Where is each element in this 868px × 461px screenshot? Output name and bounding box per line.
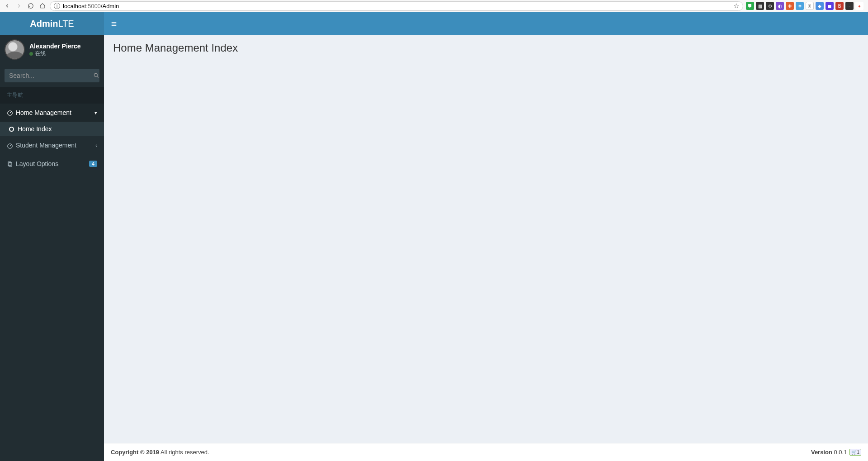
svg-point-0 [94,73,97,76]
hamburger-icon [111,21,117,27]
chevron-down-icon: ▾ [94,110,97,116]
dashboard-icon [7,109,16,116]
extension-icon[interactable]: ⛨ [806,2,814,10]
extension-icon[interactable]: ✚ [786,2,794,10]
user-panel: Alexander Pierce 在线 [0,35,104,64]
main-area: Home Management Index Copyright © 2019 A… [104,12,868,461]
browser-url: localhost:5000/Admin [63,3,731,10]
browser-forward-button[interactable] [14,1,24,10]
sidebar-subitem-label: Home Index [18,125,52,133]
search-input[interactable] [5,69,93,82]
search-button[interactable] [93,69,99,82]
extension-icon[interactable]: ◐ [776,2,784,10]
extension-icon[interactable]: ◼ [826,2,834,10]
files-icon [7,160,16,167]
browser-home-button[interactable] [38,1,47,10]
extension-icon[interactable]: ⋯ [845,2,854,10]
footer-badge[interactable]: 🛒1 [849,449,861,456]
sidebar-subitem-home-index[interactable]: Home Index [0,122,104,136]
dashboard-icon [7,142,16,149]
sidebar-submenu: Home Index [0,122,104,136]
extension-icon[interactable]: ⚙ [766,2,774,10]
extension-icon[interactable]: ⛊ [746,2,754,10]
footer-copyright-bold: Copyright © 2019 [111,449,159,456]
page-title: Home Management Index [113,42,859,54]
site-info-icon[interactable]: i [54,3,60,9]
sidebar-item-student-management[interactable]: Student Management ‹ [0,136,104,154]
content-area: Home Management Index [104,35,868,443]
browser-address-bar[interactable]: i localhost:5000/Admin ☆ [50,1,743,11]
extension-icon[interactable]: ▩ [756,2,764,10]
app-logo[interactable]: AdminLTE [0,12,104,35]
browser-extension-icons: ⛊ ▩ ⚙ ◐ ✚ ❖ ⛨ ◆ ◼ B ⋯ ● [746,2,865,10]
extension-icon[interactable]: B [835,2,844,10]
sidebar-search [0,64,104,87]
footer-right: Version 0.0.1 🛒1 [811,449,861,456]
user-status[interactable]: 在线 [29,50,81,57]
sidebar-menu: Home Management ▾ Home Index Student Man… [0,104,104,173]
footer-version: Version 0.0.1 [811,449,847,456]
badge: 4 [89,161,97,167]
browser-reload-button[interactable] [26,1,35,10]
footer-copyright-text: All rights reserved. [159,449,209,456]
extension-icon[interactable]: ◆ [816,2,824,10]
sidebar-item-label: Student Management [16,142,95,149]
search-icon [93,72,99,79]
sidebar-toggle-button[interactable] [111,19,117,28]
browser-back-button[interactable] [3,1,12,10]
sidebar: AdminLTE Alexander Pierce 在线 主导航 [0,12,104,461]
nav-header: 主导航 [0,87,104,104]
user-status-text: 在线 [35,50,46,57]
extension-icon[interactable]: ❖ [796,2,804,10]
status-dot-icon [29,52,33,56]
extension-icon[interactable]: ● [855,2,863,10]
app-container: AdminLTE Alexander Pierce 在线 主导航 [0,12,868,461]
cart-icon: 🛒 [851,450,857,455]
sidebar-item-label: Home Management [16,109,94,116]
user-name: Alexander Pierce [29,42,81,50]
logo-light: LTE [58,19,74,29]
chevron-left-icon: ‹ [95,143,97,148]
avatar[interactable] [5,39,25,60]
sidebar-item-label: Layout Options [16,160,89,167]
bookmark-star-icon[interactable]: ☆ [733,2,739,10]
browser-chrome: i localhost:5000/Admin ☆ ⛊ ▩ ⚙ ◐ ✚ ❖ ⛨ ◆… [0,0,868,12]
logo-bold: Admin [30,19,58,29]
sidebar-item-home-management[interactable]: Home Management ▾ [0,104,104,122]
footer-copyright: Copyright © 2019 All rights reserved. [111,449,209,456]
top-bar [104,12,868,35]
footer: Copyright © 2019 All rights reserved. Ve… [104,443,868,461]
circle-icon [9,127,14,132]
sidebar-item-layout-options[interactable]: Layout Options 4 [0,155,104,173]
